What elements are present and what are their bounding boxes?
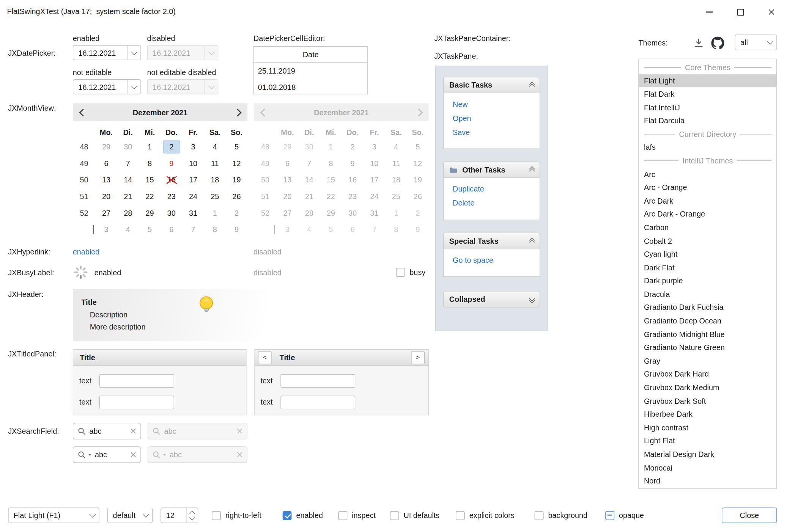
next-month-button[interactable] <box>227 103 247 121</box>
text-input[interactable] <box>99 374 174 388</box>
combo-dropdown-button[interactable] <box>139 508 152 523</box>
themes-filter-combo[interactable]: all <box>735 35 777 50</box>
prev-month-button[interactable] <box>73 103 93 121</box>
calendar-day[interactable]: 27 <box>95 205 117 221</box>
checkbox-box[interactable] <box>390 511 399 520</box>
calendar-day[interactable]: 5 <box>139 221 161 238</box>
calendar-day[interactable]: 19 <box>226 171 247 188</box>
theme-item[interactable]: Arc - Orange <box>639 181 776 194</box>
checkbox-right-to-left[interactable]: right-to-left <box>212 508 261 523</box>
panel-prev-button[interactable]: < <box>258 351 272 364</box>
theme-item[interactable]: Gradianto Dark Fuchsia <box>639 301 776 314</box>
theme-item[interactable]: Arc <box>639 167 776 180</box>
calendar-day[interactable]: 4 <box>117 221 139 238</box>
task-link[interactable]: New <box>453 100 540 108</box>
calendar-day[interactable]: 3 <box>95 221 117 238</box>
calendar-day[interactable]: 13 <box>95 171 117 188</box>
search-field-with-menu[interactable]: abc <box>73 446 141 463</box>
calendar-day[interactable]: 14 <box>117 171 139 188</box>
datepicker-dropdown-button[interactable] <box>127 46 141 60</box>
checkbox-box[interactable] <box>605 511 614 520</box>
clear-icon[interactable] <box>131 428 136 434</box>
calendar-day[interactable]: 31 <box>182 205 204 221</box>
clear-icon[interactable] <box>131 452 136 458</box>
download-themes-button[interactable] <box>692 36 706 50</box>
theme-item[interactable]: Gradianto Midnight Blue <box>639 328 776 341</box>
theme-item[interactable]: Arc Dark <box>639 194 776 207</box>
search-input-value[interactable]: abc <box>89 427 127 435</box>
calendar-day[interactable]: 2 <box>161 138 182 155</box>
maximize-button[interactable] <box>725 0 756 24</box>
calendar-day[interactable]: 30 <box>161 205 182 221</box>
checkbox-explicit-colors[interactable]: explicit colors <box>456 508 515 523</box>
calendar-day[interactable]: 12 <box>226 155 247 172</box>
theme-item[interactable]: Cyan light <box>639 248 776 261</box>
theme-item[interactable]: Gruvbox Dark Medium <box>639 381 776 394</box>
calendar-day[interactable]: 15 <box>139 171 161 188</box>
theme-item[interactable]: Gradianto Deep Ocean <box>639 314 776 327</box>
search-field-enabled[interactable]: abc <box>73 423 141 439</box>
calendar-day[interactable]: 25 <box>204 188 226 205</box>
checkbox-enabled[interactable]: enabled <box>283 508 323 523</box>
github-button[interactable] <box>710 36 726 51</box>
calendar-day[interactable]: 30 <box>117 138 139 155</box>
theme-item[interactable]: Dark Flat <box>639 261 776 274</box>
checkbox-box[interactable] <box>396 268 405 277</box>
panel-next-button[interactable]: > <box>411 351 425 364</box>
checkbox-box[interactable] <box>535 511 544 520</box>
checkbox-ui-defaults[interactable]: UI defaults <box>390 508 440 523</box>
calendar-day[interactable]: 29 <box>95 138 117 155</box>
calendar-day[interactable]: 26 <box>226 188 247 205</box>
datepicker-not-editable[interactable]: 16.12.2021 <box>73 79 141 94</box>
laf-combo[interactable]: Flat Light (F1) <box>8 508 99 523</box>
theme-item[interactable]: Dark purple <box>639 274 776 287</box>
taskpane-header[interactable]: Special Tasks <box>443 233 540 250</box>
table-row[interactable]: 01.02.2018 <box>254 79 367 95</box>
task-link[interactable]: Delete <box>453 199 540 207</box>
calendar-day[interactable]: 17 <box>182 171 204 188</box>
checkbox-box[interactable] <box>283 511 292 520</box>
theme-item[interactable]: Hiberbee Dark <box>639 408 776 421</box>
calendar-day[interactable]: 6 <box>161 221 182 238</box>
checkbox-opaque[interactable]: opaque <box>605 508 644 523</box>
theme-item[interactable]: Flat Darcula <box>639 114 776 127</box>
spinner-buttons[interactable] <box>186 508 198 523</box>
taskpane-header[interactable]: Basic Tasks <box>443 77 540 93</box>
calendar-day[interactable]: 8 <box>204 221 226 238</box>
text-input[interactable] <box>280 374 355 388</box>
theme-item[interactable]: Material Design Dark <box>639 447 776 461</box>
datepicker-enabled[interactable]: 16.12.2021 <box>73 45 141 60</box>
hyperlink-enabled[interactable]: enabled <box>73 247 100 256</box>
font-combo[interactable]: default <box>107 508 153 523</box>
theme-item[interactable]: Light Flat <box>639 434 776 447</box>
checkbox-inspect[interactable]: inspect <box>338 508 376 523</box>
calendar-day[interactable]: 28 <box>117 205 139 221</box>
theme-item[interactable]: Flat Dark <box>639 87 776 100</box>
datepicker-dropdown-button[interactable] <box>127 80 141 94</box>
taskpane-header[interactable]: Other Tasks <box>443 162 540 178</box>
task-link[interactable]: Go to space <box>453 256 540 264</box>
busy-checkbox[interactable]: busy <box>396 264 426 280</box>
combo-dropdown-button[interactable] <box>763 35 776 50</box>
theme-item[interactable]: Gruvbox Dark Hard <box>639 367 776 381</box>
calendar-day[interactable]: 16 <box>161 171 182 188</box>
calendar-day[interactable]: 11 <box>204 155 226 172</box>
theme-item[interactable]: Flat Light <box>639 74 776 87</box>
theme-item[interactable]: Gray <box>639 354 776 367</box>
checkbox-box[interactable] <box>212 511 221 520</box>
calendar-day[interactable]: 6 <box>95 155 117 172</box>
calendar-day[interactable]: 7 <box>117 155 139 172</box>
task-link[interactable]: Duplicate <box>453 185 540 193</box>
task-link[interactable]: Open <box>453 115 540 122</box>
checkbox-box[interactable] <box>338 511 347 520</box>
calendar-day[interactable]: 20 <box>95 188 117 205</box>
theme-item[interactable]: Dracula <box>639 287 776 301</box>
calendar-day[interactable]: 1 <box>139 138 161 155</box>
theme-item[interactable]: Monocai <box>639 461 776 474</box>
font-size-spinner[interactable]: 12 <box>161 508 198 523</box>
close-button[interactable]: Close <box>722 508 777 523</box>
calendar-day[interactable]: 4 <box>204 138 226 155</box>
calendar-day[interactable]: 9 <box>161 155 182 172</box>
combo-dropdown-button[interactable] <box>86 508 99 523</box>
calendar-day[interactable]: 21 <box>117 188 139 205</box>
